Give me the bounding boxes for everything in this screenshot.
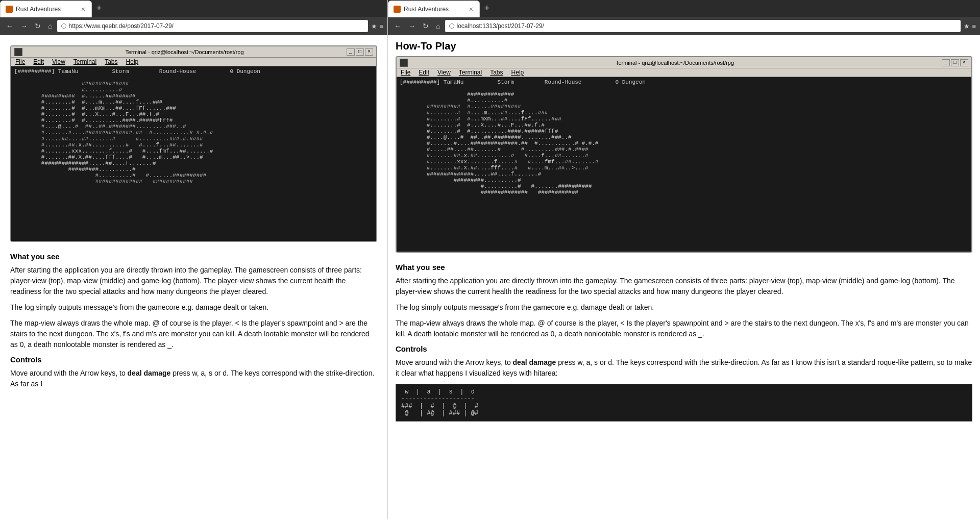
left-terminal-minimize[interactable]: _ bbox=[347, 48, 355, 56]
right-terminal-maximize[interactable]: □ bbox=[951, 59, 959, 66]
right-terminal-title: Terminal - qriz@localhost:~/Documents/ro… bbox=[410, 60, 940, 66]
right-terminal-wrapper: Terminal - qriz@localhost:~/Documents/ro… bbox=[396, 56, 972, 253]
left-tab-close[interactable]: × bbox=[80, 5, 86, 13]
right-url-text: localhost:1313/post/2017-07-29/ bbox=[456, 22, 957, 30]
right-address-bar[interactable]: localhost:1313/post/2017-07-29/ bbox=[445, 20, 961, 32]
right-tab-title: Rust Adventures bbox=[404, 6, 465, 13]
left-terminal-maximize[interactable]: □ bbox=[356, 48, 364, 56]
left-para1: After starting the application you are d… bbox=[10, 265, 377, 297]
right-terminal-close[interactable]: × bbox=[960, 59, 968, 66]
left-browser-chrome: Rust Adventures × + ← → ↻ ⌂ https://www.… bbox=[0, 0, 387, 35]
right-tab-favicon bbox=[394, 6, 401, 13]
left-terminal-terminal[interactable]: Terminal bbox=[72, 58, 97, 65]
left-new-tab-button[interactable]: + bbox=[92, 3, 106, 14]
right-terminal-titlebar: Terminal - qriz@localhost:~/Documents/ro… bbox=[397, 57, 971, 68]
right-terminal-input[interactable] bbox=[397, 240, 971, 252]
right-nav-bar: ← → ↻ ⌂ localhost:1313/post/2017-07-29/ … bbox=[388, 17, 980, 35]
right-terminal-icon bbox=[400, 59, 408, 67]
left-terminal-tabs[interactable]: Tabs bbox=[104, 58, 118, 65]
right-page-heading: How-To Play bbox=[396, 40, 972, 52]
left-section1-title: What you see bbox=[10, 252, 377, 261]
left-terminal-close[interactable]: × bbox=[365, 48, 373, 56]
right-bookmarks-icon[interactable]: ★ bbox=[964, 22, 970, 30]
right-para4: Move around with the Arrow keys, to deal… bbox=[396, 357, 972, 379]
left-terminal-titlebar: Terminal - qriz@localhost:~/Documents/ro… bbox=[11, 46, 376, 58]
right-active-tab[interactable]: Rust Adventures × bbox=[388, 1, 480, 17]
left-terminal-file[interactable]: File bbox=[14, 58, 26, 65]
right-terminal-menubar: File Edit View Terminal Tabs Help bbox=[397, 68, 971, 77]
right-para1: After starting the application you are d… bbox=[396, 276, 972, 297]
right-terminal-view[interactable]: View bbox=[436, 69, 452, 76]
right-forward-button[interactable]: → bbox=[406, 21, 418, 31]
left-tab-favicon bbox=[6, 6, 13, 13]
right-terminal-controls: _ □ × bbox=[942, 59, 968, 66]
left-para2: The log simply outputs message's from th… bbox=[10, 302, 377, 313]
right-refresh-button[interactable]: ↻ bbox=[421, 21, 431, 31]
right-browser-chrome: Rust Adventures × + ← → ↻ ⌂ localhost:13… bbox=[388, 0, 980, 35]
left-terminal-wrapper: Terminal - qriz@localhost:~/Documents/ro… bbox=[10, 45, 377, 242]
right-section1-title: What you see bbox=[396, 263, 972, 271]
left-para3: The map-view always draws the whole map.… bbox=[10, 318, 377, 350]
right-section2-title: Controls bbox=[396, 344, 972, 353]
right-new-tab-button[interactable]: + bbox=[480, 3, 494, 14]
right-terminal-body: [##########] TamaNu Storm Round-House 0 … bbox=[397, 77, 971, 240]
right-menu-icon[interactable]: ≡ bbox=[972, 22, 976, 30]
left-refresh-button[interactable]: ↻ bbox=[33, 21, 43, 31]
left-url-text: https://www.qeebr.de/post/2017-07-29/ bbox=[68, 22, 364, 30]
right-terminal-minimize[interactable]: _ bbox=[942, 59, 950, 66]
right-key-table: w | a | s | d -------------------- ### |… bbox=[396, 384, 972, 422]
left-address-bar[interactable]: https://www.qeebr.de/post/2017-07-29/ bbox=[57, 20, 368, 32]
right-tab-bar: Rust Adventures × + bbox=[388, 0, 980, 17]
left-browser-window: Rust Adventures × + ← → ↻ ⌂ https://www.… bbox=[0, 0, 388, 519]
left-terminal-view[interactable]: View bbox=[51, 58, 66, 65]
left-security-icon bbox=[61, 23, 66, 29]
right-security-icon bbox=[449, 23, 454, 29]
left-terminal-input[interactable] bbox=[11, 230, 376, 241]
left-terminal-help[interactable]: Help bbox=[125, 58, 140, 65]
right-browser-window: Rust Adventures × + ← → ↻ ⌂ localhost:13… bbox=[388, 0, 980, 519]
left-terminal-menubar: File Edit View Terminal Tabs Help bbox=[11, 58, 376, 66]
left-terminal-title: Terminal - qriz@localhost:~/Documents/ro… bbox=[24, 49, 345, 55]
right-terminal-file[interactable]: File bbox=[400, 69, 411, 76]
left-nav-icons: ★ ≡ bbox=[371, 22, 383, 30]
left-tab-bar: Rust Adventures × + bbox=[0, 0, 387, 17]
right-terminal-tabs[interactable]: Tabs bbox=[489, 69, 504, 76]
left-para4: Move around with the Arrow keys, to deal… bbox=[10, 368, 377, 389]
left-terminal-icon bbox=[14, 48, 22, 56]
right-back-button[interactable]: ← bbox=[392, 21, 403, 31]
left-bookmarks-icon[interactable]: ★ bbox=[371, 22, 377, 30]
left-menu-icon[interactable]: ≡ bbox=[379, 22, 383, 30]
right-home-button[interactable]: ⌂ bbox=[434, 21, 442, 31]
right-terminal-terminal[interactable]: Terminal bbox=[458, 69, 483, 76]
left-section2-title: Controls bbox=[10, 355, 377, 364]
left-nav-bar: ← → ↻ ⌂ https://www.qeebr.de/post/2017-0… bbox=[0, 17, 387, 35]
left-forward-button[interactable]: → bbox=[18, 21, 30, 31]
left-terminal-controls: _ □ × bbox=[347, 48, 373, 56]
left-terminal-body: [##########] TamaNu Storm Round-House 0 … bbox=[11, 66, 376, 230]
right-para3: The map-view always draws the whole map.… bbox=[396, 318, 972, 339]
left-tab-title: Rust Adventures bbox=[16, 6, 77, 13]
right-terminal-help[interactable]: Help bbox=[510, 69, 525, 76]
right-terminal-edit[interactable]: Edit bbox=[418, 69, 430, 76]
right-page-content: How-To Play Terminal - qriz@localhost:~/… bbox=[388, 35, 980, 519]
left-page-content: Terminal - qriz@localhost:~/Documents/ro… bbox=[0, 35, 387, 519]
left-back-button[interactable]: ← bbox=[4, 21, 15, 31]
right-para2: The log simply outputs message's from th… bbox=[396, 302, 972, 313]
left-terminal-edit[interactable]: Edit bbox=[32, 58, 45, 65]
left-active-tab[interactable]: Rust Adventures × bbox=[0, 1, 92, 17]
right-nav-icons: ★ ≡ bbox=[964, 22, 976, 30]
left-home-button[interactable]: ⌂ bbox=[46, 21, 54, 31]
right-tab-close[interactable]: × bbox=[468, 5, 474, 13]
